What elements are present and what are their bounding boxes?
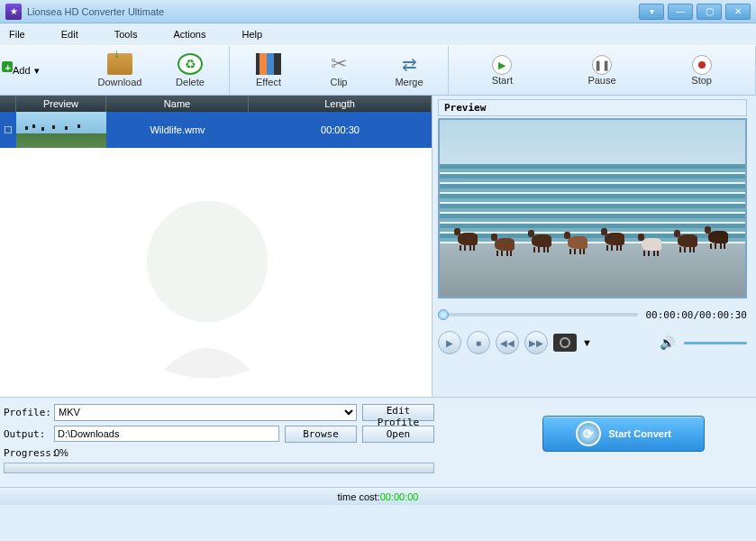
toolbar: Add ▾ Download ♻ Delete Effect ✂ Clip ⇄ … (0, 45, 756, 96)
pause-button[interactable]: ❚❚ Pause (567, 46, 637, 95)
preview-pane: Preview 00:00:00/00:00:30 ▶ ■ ◀◀ ▶▶ ▼ 🔊 (433, 96, 756, 397)
pause-icon: ❚❚ (592, 55, 612, 75)
menu-file[interactable]: File (9, 29, 25, 40)
download-button[interactable]: Download (85, 46, 155, 95)
play-icon: ▶ (492, 55, 512, 75)
seek-slider[interactable] (438, 313, 638, 316)
app-icon (5, 4, 22, 20)
menu-bar: File Edit Tools Actions Help (0, 23, 756, 45)
start-label: Start (492, 75, 513, 86)
delete-label: Delete (176, 77, 205, 87)
merge-button[interactable]: ⇄ Merge (374, 46, 444, 95)
dropdown-window-button[interactable]: ▾ (639, 4, 664, 20)
clip-button[interactable]: ✂ Clip (304, 46, 374, 95)
pause-label: Pause (587, 75, 615, 86)
add-button[interactable]: Add ▾ (4, 46, 85, 95)
delete-button[interactable]: ♻ Delete (155, 46, 225, 95)
preview-label: Preview (438, 99, 747, 116)
row-thumbnail (16, 112, 106, 148)
output-label: Output: (4, 428, 54, 440)
volume-slider[interactable] (684, 342, 747, 344)
header-name[interactable]: Name (106, 96, 249, 112)
svg-point-0 (147, 201, 268, 322)
effect-button[interactable]: Effect (233, 46, 304, 95)
profile-label: Profile: (4, 407, 54, 418)
browse-button[interactable]: Browse (285, 426, 357, 443)
list-background (0, 148, 432, 397)
menu-edit[interactable]: Edit (61, 29, 78, 40)
window-title: Lionsea HD Converter Ultimate (27, 6, 164, 17)
player-play-button[interactable]: ▶ (438, 331, 461, 354)
menu-help[interactable]: Help (241, 29, 262, 40)
start-convert-label: Start Convert (608, 428, 671, 439)
row-filename: Wildlife.wmv (106, 124, 249, 135)
time-display: 00:00:00/00:00:30 (645, 309, 747, 321)
player-stop-button[interactable]: ■ (467, 331, 490, 354)
list-row[interactable]: ☐ Wildlife.wmv 00:00:30 (0, 112, 432, 148)
output-path-input[interactable] (54, 426, 279, 442)
download-icon (107, 53, 132, 75)
open-button[interactable]: Open (362, 426, 434, 443)
row-checkbox[interactable]: ☐ (0, 124, 16, 136)
profile-select[interactable]: MKV (54, 404, 357, 421)
start-button[interactable]: ▶ Start (467, 46, 537, 95)
progress-label: Progress: (4, 447, 54, 459)
effect-label: Effect (256, 77, 281, 87)
time-cost-label: time cost: (338, 491, 380, 502)
row-length: 00:00:30 (249, 124, 432, 135)
progress-value: 0% (54, 447, 68, 458)
edit-profile-button[interactable]: Edit Profile (362, 404, 434, 421)
stop-button[interactable]: Stop (667, 46, 737, 95)
convert-icon: ⟳ (576, 421, 601, 446)
progress-bar (4, 463, 434, 473)
header-preview[interactable]: Preview (16, 96, 106, 112)
merge-icon: ⇄ (396, 53, 422, 75)
clip-label: Clip (331, 77, 348, 87)
add-label: Add (13, 65, 31, 76)
merge-label: Merge (395, 77, 423, 87)
file-list-pane: Preview Name Length ☐ Wildlife.wmv 00:00… (0, 96, 433, 397)
volume-icon[interactable]: 🔊 (660, 335, 675, 350)
minimize-button[interactable]: — (668, 4, 693, 20)
maximize-button[interactable]: ▢ (697, 4, 722, 20)
player-forward-button[interactable]: ▶▶ (524, 331, 548, 354)
snapshot-button[interactable] (553, 334, 577, 352)
list-header: Preview Name Length (0, 96, 432, 112)
start-convert-button[interactable]: ⟳ Start Convert (542, 416, 705, 452)
player-rewind-button[interactable]: ◀◀ (496, 331, 519, 354)
close-button[interactable]: ✕ (725, 4, 751, 20)
title-bar: Lionsea HD Converter Ultimate ▾ — ▢ ✕ (0, 0, 756, 23)
header-length[interactable]: Length (249, 96, 432, 112)
menu-actions[interactable]: Actions (173, 29, 205, 40)
effect-icon (256, 53, 281, 75)
snapshot-menu-icon[interactable]: ▼ (582, 337, 592, 348)
recycle-icon: ♻ (178, 53, 203, 75)
time-cost-value: 00:00:00 (380, 491, 419, 502)
scissors-icon: ✂ (326, 53, 351, 75)
stop-icon (692, 55, 712, 75)
stop-label: Stop (691, 75, 712, 86)
menu-tools[interactable]: Tools (114, 29, 138, 40)
download-label: Download (98, 77, 142, 87)
preview-video[interactable] (438, 118, 747, 298)
status-bar: time cost: 00:00:00 (0, 487, 756, 505)
chevron-down-icon: ▾ (34, 65, 40, 77)
